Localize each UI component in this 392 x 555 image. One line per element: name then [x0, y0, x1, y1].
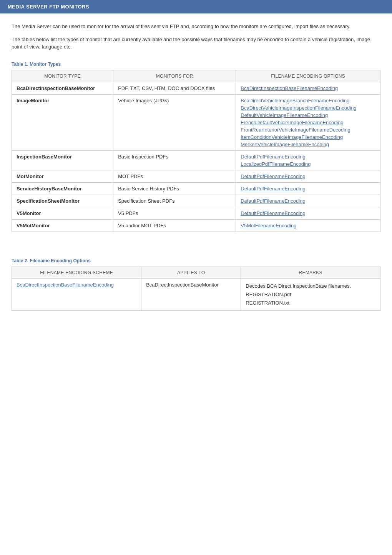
table2-caption: Table 2. Filename Encoding Options: [12, 258, 380, 263]
encoding-option-link[interactable]: DefaultPdfFilenameEncoding: [241, 210, 375, 216]
monitors-for-cell: Basic Service History PDFs: [113, 182, 236, 195]
table1-caption: Table 1. Monitor Types: [12, 62, 380, 67]
page-title: MEDIA SERVER FTP MONITORS: [8, 4, 89, 10]
encoding-option-link[interactable]: BcaDirectVehicleImageBranchFilenameEncod…: [241, 98, 375, 103]
encoding-option-link[interactable]: BcaDirectVehicleImageInspectionFilenameE…: [241, 105, 375, 111]
table-row: BcaDirectInspectionBaseMonitorPDF, TXT, …: [12, 82, 380, 94]
encoding-options-cell: BcaDirectInspectionBaseFilenameEncoding: [236, 82, 380, 94]
intro-para2: The tables below list the types of monit…: [12, 36, 380, 51]
encoding-option-link[interactable]: FrontRearInteriorVehicleImageFilenameDec…: [241, 127, 375, 133]
scheme-link[interactable]: BcaDirectInspectionBaseFilenameEncoding: [17, 282, 114, 288]
table-row: ImageMonitorVehicle Images (JPGs)BcaDire…: [12, 94, 380, 150]
encoding-option-link[interactable]: ItemConditionVehicleImageFilenameEncodin…: [241, 134, 375, 140]
monitors-for-cell: Vehicle Images (JPGs): [113, 94, 236, 150]
table-row: MotMonitorMOT PDFsDefaultPdfFilenameEnco…: [12, 170, 380, 182]
encoding-option-link[interactable]: DefaultPdfFilenameEncoding: [241, 186, 375, 192]
monitor-type-cell: ImageMonitor: [12, 94, 113, 150]
encoding-option-link[interactable]: DefaultPdfFilenameEncoding: [241, 173, 375, 179]
monitor-type-cell: ServiceHistoryBaseMonitor: [12, 182, 113, 195]
table-row: InspectionBaseMonitorBasic Inspection PD…: [12, 150, 380, 170]
table-row: V5MonitorV5 PDFsDefaultPdfFilenameEncodi…: [12, 207, 380, 219]
monitor-type-cell: V5MotMonitor: [12, 219, 113, 232]
encoding-option-link[interactable]: FrenchDefaultVehicleImageFilenameEncodin…: [241, 120, 375, 125]
encoding-option-link[interactable]: V5MotFilenameEncoding: [241, 223, 375, 228]
monitors-for-cell: Specification Sheet PDFs: [113, 195, 236, 207]
col-remarks: REMARKS: [241, 267, 380, 278]
encoding-options-cell: DefaultPdfFilenameEncoding: [236, 195, 380, 207]
monitors-for-cell: Basic Inspection PDFs: [113, 150, 236, 170]
applies-to-cell: BcaDirectInspectionBaseMonitor: [141, 278, 241, 310]
encoding-option-link[interactable]: DefaultPdfFilenameEncoding: [241, 154, 375, 160]
table-row: SpecificationSheetMonitorSpecification S…: [12, 195, 380, 207]
monitor-types-table: MONITOR TYPE MONITORS FOR FILENAME ENCOD…: [12, 70, 380, 232]
intro-para1: The Media Server can be used to monitor …: [12, 23, 380, 30]
monitors-for-cell: V5 PDFs: [113, 207, 236, 219]
remarks-cell: Decodes BCA Direct InspectionBase filena…: [241, 278, 380, 310]
encoding-options-cell: DefaultPdfFilenameEncodingLocalizedPdfFi…: [236, 150, 380, 170]
monitor-type-cell: BcaDirectInspectionBaseMonitor: [12, 82, 113, 94]
encoding-option-link[interactable]: BcaDirectInspectionBaseFilenameEncoding: [241, 85, 375, 91]
encoding-options-cell: V5MotFilenameEncoding: [236, 219, 380, 232]
monitor-type-cell: MotMonitor: [12, 170, 113, 182]
monitors-for-cell: MOT PDFs: [113, 170, 236, 182]
table-row: V5MotMonitorV5 and/or MOT PDFsV5MotFilen…: [12, 219, 380, 232]
encoding-options-cell: DefaultPdfFilenameEncoding: [236, 182, 380, 195]
encoding-option-link[interactable]: MerkertVehicleImageFilenameEncoding: [241, 142, 375, 147]
col-scheme: FILENAME ENCODING SCHEME: [12, 267, 141, 278]
encoding-option-link[interactable]: DefaultPdfFilenameEncoding: [241, 198, 375, 204]
encoding-option-link[interactable]: DefaultVehicleImageFilenameEncoding: [241, 112, 375, 118]
encoding-options-table: FILENAME ENCODING SCHEME APPLIES TO REMA…: [12, 267, 380, 311]
encoding-option-link[interactable]: LocalizedPdfFilenameEncoding: [241, 161, 375, 167]
monitors-for-cell: PDF, TXT, CSV, HTM, DOC and DOCX files: [113, 82, 236, 94]
table-row: BcaDirectInspectionBaseFilenameEncodingB…: [12, 278, 380, 310]
col-monitor-type: MONITOR TYPE: [12, 70, 113, 82]
encoding-options-cell: BcaDirectVehicleImageBranchFilenameEncod…: [236, 94, 380, 150]
monitors-for-cell: V5 and/or MOT PDFs: [113, 219, 236, 232]
encoding-options-cell: DefaultPdfFilenameEncoding: [236, 207, 380, 219]
header-bar: MEDIA SERVER FTP MONITORS: [0, 0, 392, 13]
col-monitors-for: MONITORS FOR: [113, 70, 236, 82]
col-applies-to: APPLIES TO: [141, 267, 241, 278]
monitor-type-cell: V5Monitor: [12, 207, 113, 219]
table-row: ServiceHistoryBaseMonitorBasic Service H…: [12, 182, 380, 195]
col-encoding-options: FILENAME ENCODING OPTIONS: [236, 70, 380, 82]
scheme-cell: BcaDirectInspectionBaseFilenameEncoding: [12, 278, 141, 310]
monitor-type-cell: InspectionBaseMonitor: [12, 150, 113, 170]
monitor-type-cell: SpecificationSheetMonitor: [12, 195, 113, 207]
encoding-options-cell: DefaultPdfFilenameEncoding: [236, 170, 380, 182]
